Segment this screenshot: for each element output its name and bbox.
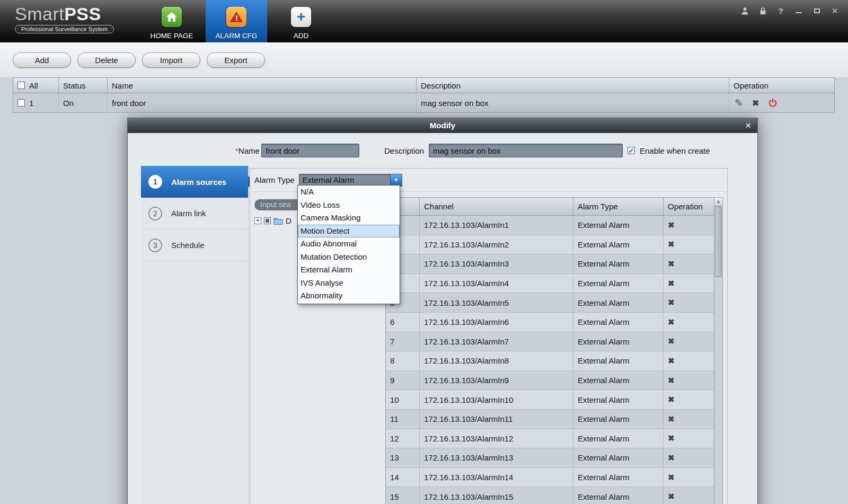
remove-channel-icon[interactable]: ✖ [668, 220, 675, 230]
remove-channel-icon[interactable]: ✖ [668, 259, 675, 269]
step-1-label: Alarm sources [171, 178, 226, 187]
scroll-up-icon[interactable]: ▲ [714, 198, 722, 206]
scrollbar-thumb[interactable] [715, 206, 722, 277]
minimize-icon[interactable] [794, 6, 803, 15]
channel-row-num: 8 [386, 351, 420, 370]
channel-row-num: 9 [386, 371, 420, 390]
toolbar: Add Delete Import Export [0, 42, 848, 77]
channel-row: 5 172.16.13.103/AlarmIn5 External Alarm … [386, 293, 714, 313]
remove-channel-icon[interactable]: ✖ [668, 414, 675, 424]
channel-row-num: 7 [386, 332, 420, 351]
lock-icon[interactable] [758, 6, 767, 15]
channel-row-channel: 172.16.13.103/AlarmIn1 [420, 216, 573, 235]
channel-row: 13 172.16.13.103/AlarmIn13 External Alar… [386, 448, 714, 468]
alarm-type-select[interactable]: External Alarm ▼ [299, 174, 402, 187]
export-button[interactable]: Export [207, 52, 265, 68]
remove-channel-icon[interactable]: ✖ [668, 473, 675, 482]
remove-channel-icon[interactable]: ✖ [668, 317, 675, 327]
delete-button[interactable]: Delete [77, 52, 136, 68]
remove-channel-icon[interactable]: ✖ [668, 337, 675, 346]
dropdown-option[interactable]: IVS Analyse [298, 277, 400, 290]
channel-row-channel: 172.16.13.103/AlarmIn9 [420, 371, 573, 390]
tab-add-label: ADD [294, 32, 309, 40]
remove-channel-icon[interactable]: ✖ [668, 298, 675, 307]
expand-icon[interactable]: + [254, 217, 261, 224]
dropdown-option[interactable]: N/A [298, 185, 400, 199]
dropdown-option[interactable]: Audio Abnormal [298, 237, 400, 251]
channel-row-channel: 172.16.13.103/AlarmIn12 [420, 429, 573, 448]
remove-channel-icon[interactable]: ✖ [668, 356, 675, 366]
header-name: Name [108, 78, 417, 93]
row-status: On [59, 93, 108, 112]
tab-home-page[interactable]: HOME PAGE [142, 0, 201, 42]
channel-row-channel: 172.16.13.103/AlarmIn2 [420, 235, 573, 254]
dropdown-option[interactable]: Video Loss [298, 199, 400, 212]
modal-title-text: Modify [430, 121, 455, 130]
channel-row-num: 15 [386, 487, 420, 504]
alarm-table-header: All Status Name Description Operation [13, 77, 835, 93]
enable-when-create-label: Enable when create [640, 146, 710, 155]
add-icon: + [291, 7, 311, 27]
tab-alarm-cfg[interactable]: ALARM CFG [206, 0, 267, 42]
folder-icon [273, 217, 283, 225]
tab-add[interactable]: + ADD [271, 0, 331, 42]
wizard-steps: 1 Alarm sources 2 Alarm link 3 Schedule [141, 166, 249, 504]
remove-channel-icon[interactable]: ✖ [668, 434, 675, 443]
remove-channel-icon[interactable]: ✖ [668, 395, 675, 404]
remove-channel-icon[interactable]: ✖ [668, 376, 675, 385]
chevron-down-icon[interactable]: ▼ [390, 174, 402, 186]
power-icon[interactable] [768, 98, 778, 108]
dropdown-option[interactable]: External Alarm [298, 263, 400, 277]
channel-table-scrollbar[interactable]: ▲ [714, 197, 723, 504]
channel-row-channel: 172.16.13.103/AlarmIn3 [420, 254, 573, 273]
dropdown-option[interactable]: Camera Masking [298, 211, 400, 225]
alarm-scheme-table: All Status Name Description Operation 1 … [13, 77, 835, 113]
add-button[interactable]: Add [13, 52, 71, 68]
row-checkbox[interactable] [17, 99, 25, 107]
channel-row: 7 172.16.13.103/AlarmIn7 External Alarm … [386, 332, 714, 352]
description-field[interactable] [429, 144, 623, 157]
modal-close-icon[interactable]: × [745, 118, 751, 133]
channel-table-header: Channel Alarm Type Operation [386, 198, 714, 216]
channel-row-type: External Alarm [573, 254, 664, 273]
help-icon[interactable]: ? [776, 6, 785, 15]
import-button[interactable]: Import [142, 52, 200, 68]
channel-row-type: External Alarm [573, 293, 664, 312]
step-alarm-sources[interactable]: 1 Alarm sources [141, 166, 248, 198]
step-alarm-link[interactable]: 2 Alarm link [141, 198, 248, 229]
select-all-checkbox[interactable] [17, 82, 25, 89]
user-icon[interactable] [740, 6, 749, 15]
dropdown-option[interactable]: Motion Detect [298, 225, 400, 238]
channel-row-type: External Alarm [573, 216, 664, 235]
channel-row: 2 172.16.13.103/AlarmIn2 External Alarm … [386, 235, 714, 255]
name-label: *Name [235, 146, 260, 155]
header-description: Description [417, 78, 729, 93]
channel-row: 3 172.16.13.103/AlarmIn3 External Alarm … [386, 254, 714, 274]
remove-channel-icon[interactable]: ✖ [668, 492, 675, 501]
remove-channel-icon[interactable]: ✖ [668, 453, 675, 463]
maximize-icon[interactable] [812, 6, 822, 15]
alarm-config-icon [226, 7, 246, 27]
main-nav: HOME PAGE ALARM CFG + ADD [142, 0, 331, 42]
channel-row: 12 172.16.13.103/AlarmIn12 External Alar… [386, 429, 714, 449]
step-schedule[interactable]: 3 Schedule [141, 229, 248, 261]
alarm-type-dropdown-list: N/A Video Loss Camera Masking Motion Det… [297, 185, 400, 304]
name-field[interactable] [261, 144, 359, 157]
channel-row-num: 13 [386, 448, 420, 467]
channel-row-num: 11 [386, 410, 420, 429]
home-icon [162, 7, 182, 27]
delete-row-icon[interactable]: ✖ [752, 98, 759, 108]
edit-icon[interactable]: ✎ [735, 97, 743, 109]
channel-row-channel: 172.16.13.103/AlarmIn8 [420, 351, 573, 370]
channel-row: 6 172.16.13.103/AlarmIn6 External Alarm … [386, 313, 714, 332]
tree-checkbox[interactable] [264, 217, 271, 224]
remove-channel-icon[interactable]: ✖ [668, 279, 675, 288]
tree-node-label: D [286, 216, 292, 225]
channel-row-num: 14 [386, 468, 420, 487]
enable-when-create-checkbox[interactable]: ✓ [628, 147, 635, 154]
header-status: Status [59, 78, 108, 93]
dropdown-option[interactable]: Mutation Detection [298, 251, 400, 264]
dropdown-option[interactable]: Abnormality [298, 289, 400, 303]
remove-channel-icon[interactable]: ✖ [668, 240, 675, 249]
close-window-icon[interactable]: × [830, 6, 840, 15]
